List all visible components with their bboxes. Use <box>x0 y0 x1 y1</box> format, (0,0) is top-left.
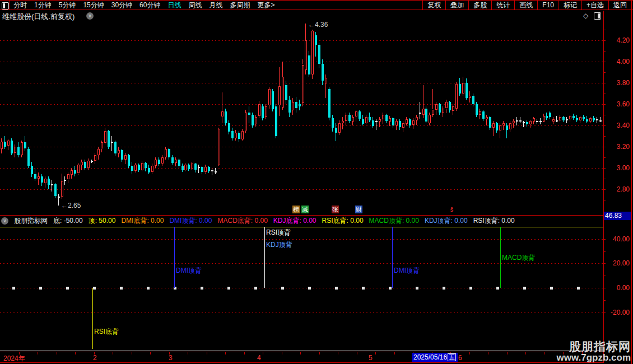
toolbar-period-item-7[interactable]: 周线 <box>188 1 202 10</box>
candle-up-body <box>355 111 357 116</box>
indicator-axis-tick <box>603 312 606 313</box>
candle-up-body <box>338 123 341 133</box>
toolbar-period-item-3[interactable]: 15分钟 <box>83 1 104 10</box>
candle-up-wick <box>456 109 457 111</box>
candle-up-wick <box>165 157 166 160</box>
selected-date[interactable]: 2025/05/16五 <box>412 353 458 362</box>
price-gridline <box>0 147 603 147</box>
candle-down-body <box>181 166 184 170</box>
candle-down-body <box>48 179 50 185</box>
candle-up-body <box>161 157 164 164</box>
candle-down-body <box>262 106 264 118</box>
date-axis-tick <box>188 352 188 354</box>
candle-up-body <box>559 117 561 120</box>
candle-up-body <box>429 115 431 123</box>
toolbar-action-item-5[interactable]: F10 <box>537 1 558 10</box>
event-badge-3[interactable]: 财 <box>355 206 362 213</box>
event-badge-4[interactable]: ŝ <box>448 206 455 213</box>
candle-down-body <box>275 106 277 136</box>
candle-down-body <box>285 85 287 100</box>
indicator-axis-label: 20.00 <box>606 259 630 267</box>
candle-up-wick <box>95 161 95 164</box>
candle-down-body <box>252 115 254 125</box>
toolbar-period-item-1[interactable]: 1分钟 <box>34 1 52 10</box>
event-badge-0[interactable]: 榜 <box>292 206 300 213</box>
candle-down-body <box>549 113 551 117</box>
indicator-gridline <box>0 288 603 288</box>
window-layout-icon[interactable] <box>2 2 9 10</box>
candle-doji-body <box>536 121 538 122</box>
diamond-icon[interactable]: ◇ <box>583 12 588 20</box>
candle-down-body <box>131 166 133 171</box>
split-window-icon[interactable] <box>594 12 601 20</box>
chevron-down-icon[interactable]: ∨ <box>86 12 94 20</box>
indicator-panel[interactable]: ∨ 股朋指标网 底: -50.00顶: 50.00DMI底背: 0.00DMI顶… <box>0 216 603 352</box>
candle-doji-body <box>566 119 568 120</box>
divergence-signal-line-4 <box>500 227 501 288</box>
candle-down-body <box>17 147 20 155</box>
candle-up-wick <box>245 131 246 133</box>
candle-up-body <box>406 119 408 124</box>
indicator-collapse-icon[interactable]: ∨ <box>1 217 8 225</box>
toolbar-period-item-10[interactable]: 更多> <box>257 1 274 10</box>
indicator-axis-label: 40.00 <box>606 235 630 243</box>
toolbar-period-item-5[interactable]: 60分钟 <box>139 1 160 10</box>
candle-down-wick <box>249 106 249 123</box>
toolbar-action-item-6[interactable]: 标记 <box>558 1 581 10</box>
candle-up-wick <box>222 117 222 123</box>
candle-up-wick <box>235 138 236 141</box>
candle-down-body <box>168 149 170 157</box>
date-axis-tick <box>57 352 57 354</box>
candle-up-body <box>579 117 581 120</box>
candle-up-wick <box>480 115 480 119</box>
candle-up-wick <box>302 59 303 64</box>
candle-up-wick <box>500 131 500 138</box>
toolbar-action-item-1[interactable]: 叠加 <box>445 1 468 10</box>
candle-up-body <box>469 96 471 98</box>
toolbar-period-item-4[interactable]: 30分钟 <box>111 1 132 10</box>
toolbar-period-item-9[interactable]: 多周期 <box>230 1 250 10</box>
indicator-param-1: 顶: 50.00 <box>89 216 116 226</box>
candle-up-body <box>61 181 63 197</box>
toolbar-action-item-2[interactable]: 多股 <box>468 1 491 10</box>
candle-up-body <box>502 123 505 125</box>
toolbar-action-item-8[interactable]: 返回 <box>608 1 631 10</box>
indicator-param-7: MACD顶背: 0.00 <box>369 216 419 226</box>
candle-up-body <box>529 121 532 124</box>
zero-line-marker <box>523 287 526 290</box>
indicator-axis-tick <box>603 300 606 301</box>
candle-up-body <box>118 150 120 153</box>
toolbar-period-item-8[interactable]: 月线 <box>209 1 222 10</box>
date-axis[interactable]: 2024年234562025/05/16五 <box>0 352 603 363</box>
toolbar-action-item-7[interactable]: +自选 <box>581 1 608 10</box>
zero-line-marker <box>577 287 580 290</box>
candle-doji-body <box>539 121 542 122</box>
candlestick-chart[interactable]: ←4.36←2.65榜减张财ŝ <box>0 21 603 216</box>
candle-up-body <box>7 141 10 146</box>
candle-doji-wick <box>212 168 212 175</box>
candle-up-wick <box>101 149 102 152</box>
candle-down-body <box>586 119 588 122</box>
candle-doji-body <box>599 120 602 122</box>
toolbar-action-item-3[interactable]: 统计 <box>491 1 514 10</box>
candle-up-body <box>191 164 193 169</box>
date-axis-tick <box>338 352 338 354</box>
toolbar-action-item-0[interactable]: 复权 <box>422 1 445 10</box>
toolbar-period-item-6[interactable]: 日线 <box>167 1 181 10</box>
app-window: 分时1分钟5分钟15分钟30分钟60分钟日线周线月线多周期更多> 复权叠加多股统… <box>0 0 633 364</box>
date-axis-tick <box>207 352 207 354</box>
toolbar-action-item-4[interactable]: 画线 <box>514 1 537 10</box>
candle-up-body <box>569 116 571 119</box>
candle-doji-wick <box>420 102 420 119</box>
event-badge-2[interactable]: 张 <box>332 206 339 213</box>
candle-up-wick <box>21 155 22 157</box>
axis-line <box>603 11 604 363</box>
price-axis-tick <box>603 136 606 137</box>
toolbar-period-item-0[interactable]: 分时 <box>13 1 27 10</box>
candle-down-body <box>188 165 190 169</box>
zero-line-marker <box>550 287 553 290</box>
candle-up-wick <box>135 171 136 172</box>
event-badge-1[interactable]: 减 <box>301 206 309 213</box>
toolbar-period-item-2[interactable]: 5分钟 <box>59 1 76 10</box>
divergence-label-1-0: DMI顶背 <box>176 266 202 276</box>
